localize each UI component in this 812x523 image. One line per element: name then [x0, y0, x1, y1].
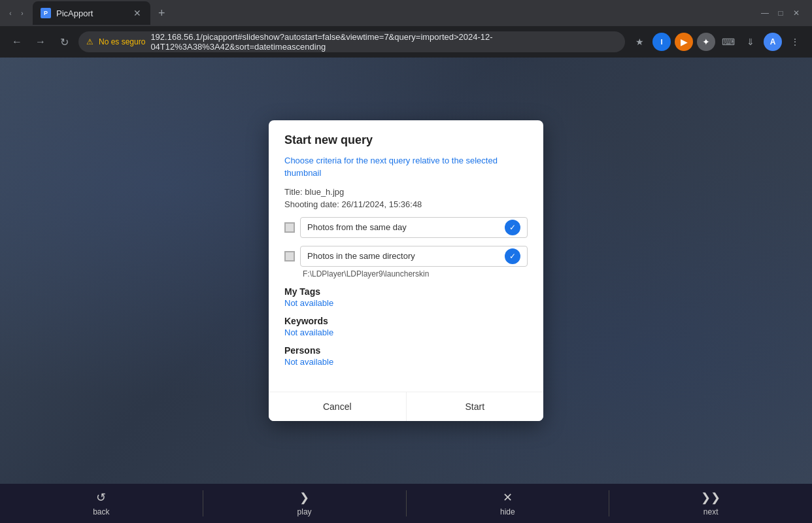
- maximize-button[interactable]: □: [775, 8, 786, 18]
- extension-1-icon[interactable]: I: [652, 33, 671, 51]
- dialog-content: Start new query Choose criteria for the …: [269, 120, 543, 380]
- new-tab-button[interactable]: +: [153, 7, 171, 20]
- play-button[interactable]: ❯ play: [203, 484, 406, 523]
- nav-forward-button[interactable]: →: [31, 33, 50, 51]
- keywords-value: Not available: [284, 328, 528, 337]
- extensions-icon[interactable]: ⌨: [719, 33, 737, 51]
- main-content: Start new query Choose criteria for the …: [0, 58, 812, 484]
- start-query-dialog: Start new query Choose criteria for the …: [269, 120, 543, 420]
- my-tags-title: My Tags: [284, 286, 528, 297]
- keywords-title: Keywords: [284, 316, 528, 326]
- back-button[interactable]: ↺ back: [0, 484, 203, 523]
- criteria-1-checkbox[interactable]: [284, 222, 295, 233]
- security-icon: ⚠: [86, 37, 93, 46]
- security-label: No es seguro: [99, 37, 145, 46]
- tab-favicon: P: [41, 8, 51, 18]
- meta-title: Title: blue_h.jpg: [284, 187, 528, 197]
- criteria-row-1: Photos from the same day ✓: [284, 217, 528, 238]
- back-icon[interactable]: ‹: [5, 8, 16, 18]
- next-label: next: [703, 507, 719, 516]
- start-button[interactable]: Start: [407, 392, 544, 421]
- extension-2-icon[interactable]: ▶: [675, 33, 693, 51]
- hide-label: hide: [500, 507, 515, 516]
- hide-button[interactable]: ✕ hide: [407, 484, 609, 523]
- address-bar[interactable]: ⚠ No es seguro 192.168.56.1/picapport#sl…: [78, 31, 625, 52]
- criteria-1-dropdown-icon[interactable]: ✓: [505, 220, 520, 235]
- criteria-2-checkbox[interactable]: [284, 251, 295, 262]
- next-icon: ❯❯: [701, 490, 720, 505]
- back-label: back: [93, 507, 109, 516]
- extension-3-icon[interactable]: ✦: [697, 33, 715, 51]
- criteria-1-select[interactable]: Photos from the same day ✓: [300, 217, 528, 238]
- persons-value: Not available: [284, 357, 528, 367]
- bottom-bar: ↺ back ❯ play ✕ hide ❯❯ next: [0, 484, 812, 523]
- address-bar-row: ← → ↻ ⚠ No es seguro 192.168.56.1/picapp…: [0, 26, 812, 58]
- play-icon: ❯: [299, 490, 309, 505]
- minimize-button[interactable]: —: [760, 8, 770, 18]
- toolbar-icons: ★ I ▶ ✦ ⌨ ⇓ A ⋮: [630, 33, 804, 51]
- menu-icon[interactable]: ⋮: [786, 33, 804, 51]
- active-tab[interactable]: P PicApport ✕: [33, 1, 150, 25]
- close-button[interactable]: ✕: [791, 8, 802, 18]
- forward-icon[interactable]: ›: [17, 8, 27, 18]
- nav-back-button[interactable]: ←: [8, 33, 26, 51]
- criteria-2-directory: F:\LDPlayer\LDPlayer9\launcherskin: [303, 269, 528, 278]
- cancel-button[interactable]: Cancel: [269, 392, 407, 421]
- url-text: 192.168.56.1/picapport#slideshow?autosta…: [150, 32, 617, 52]
- criteria-2-label: Photos in the same directory: [307, 251, 415, 261]
- criteria-2-dropdown-icon[interactable]: ✓: [505, 248, 520, 264]
- refresh-button[interactable]: ↻: [55, 33, 73, 51]
- my-tags-value: Not available: [284, 298, 528, 308]
- bookmark-icon[interactable]: ★: [630, 33, 649, 51]
- profile-avatar[interactable]: A: [764, 33, 782, 51]
- back-icon: ↺: [96, 490, 106, 505]
- play-label: play: [297, 507, 312, 516]
- tab-bar: ‹ › P PicApport ✕ + — □ ✕: [0, 0, 812, 26]
- next-button[interactable]: ❯❯ next: [609, 484, 812, 523]
- window-controls: — □ ✕: [760, 8, 807, 18]
- download-icon[interactable]: ⇓: [741, 33, 760, 51]
- dialog-footer: Cancel Start: [269, 392, 543, 421]
- meta-date: Shooting date: 26/11/2024, 15:36:48: [284, 199, 528, 209]
- criteria-2-select[interactable]: Photos in the same directory ✓: [300, 246, 528, 267]
- tab-close-button[interactable]: ✕: [132, 8, 143, 18]
- tab-title: PicApport: [56, 8, 127, 18]
- criteria-row-2: Photos in the same directory ✓: [284, 246, 528, 267]
- hide-icon: ✕: [503, 490, 513, 505]
- tab-nav-controls: ‹ ›: [5, 8, 27, 18]
- dialog-title: Start new query: [284, 133, 528, 147]
- persons-title: Persons: [284, 345, 528, 356]
- browser-chrome: ‹ › P PicApport ✕ + — □ ✕ ← → ↻ ⚠ No es …: [0, 0, 812, 58]
- dialog-subtitle: Choose criteria for the next query relat…: [284, 155, 528, 178]
- criteria-1-label: Photos from the same day: [307, 222, 407, 232]
